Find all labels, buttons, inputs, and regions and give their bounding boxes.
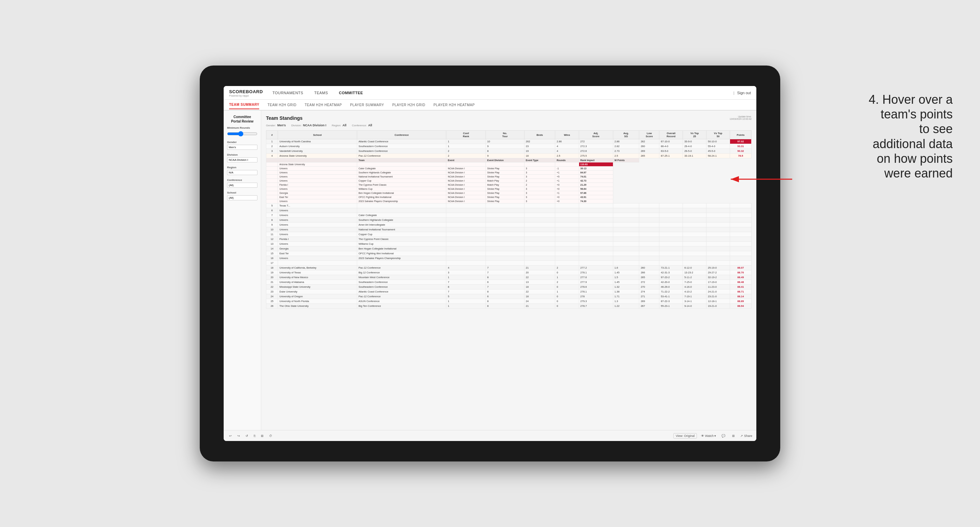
table-row[interactable]: 2Auburn UniversitySoutheastern Conferenc… (266, 144, 752, 149)
points-cell[interactable]: 88.48 (730, 280, 751, 285)
table-row[interactable]: 19University of TexasBig 12 Conference37… (266, 270, 752, 275)
table-row[interactable]: 4Arizona State UniversityPac-12 Conferen… (266, 154, 752, 159)
table-cell (485, 261, 524, 265)
school-select[interactable]: (All) (227, 195, 258, 200)
points-cell[interactable] (730, 203, 751, 208)
table-row[interactable]: 21University of AlabamaSoutheastern Conf… (266, 280, 752, 285)
table-row[interactable]: 11UniversCopper Cup (266, 232, 752, 237)
table-cell: 2 (446, 149, 485, 154)
points-cell[interactable]: 78.5 (730, 154, 751, 159)
division-select[interactable]: NCAA Division I NCAA Division II (227, 157, 258, 162)
table-cell: 20 (266, 275, 278, 280)
points-cell[interactable]: 88.49 (730, 275, 751, 280)
table-cell (555, 208, 579, 213)
table-row[interactable]: 12Florida IThe Cypress Point Classic (266, 237, 752, 242)
expanded-team-cell: Univers (278, 171, 357, 175)
points-cell[interactable] (730, 218, 751, 222)
points-cell[interactable] (730, 227, 751, 232)
points-cell[interactable] (730, 213, 751, 218)
table-row[interactable]: 9UniversAmer Art Intercollegiate (266, 222, 752, 227)
points-cell[interactable] (730, 242, 751, 246)
options-button[interactable]: ⊞ (259, 433, 265, 438)
points-cell[interactable] (730, 251, 751, 256)
table-row[interactable]: 26The Ohio State UniversityBig Ten Confe… (266, 304, 752, 308)
table-row[interactable]: 8UniversSouthern Highlands Collegiate (266, 218, 752, 222)
table-cell: 73-21-1 (659, 265, 683, 270)
table-cell: 24 (266, 294, 278, 299)
table-row[interactable]: 10UniversNational Invitational Tournamen… (266, 227, 752, 232)
nav-teams[interactable]: TEAMS (313, 91, 329, 95)
points-cell[interactable]: 88.41 (730, 285, 751, 289)
points-cell[interactable]: 88.07 (730, 265, 751, 270)
gender-filter: Gender: Men's (266, 124, 286, 127)
points-cell[interactable] (730, 256, 751, 261)
points-cell[interactable] (730, 232, 751, 237)
reset-button[interactable]: ↺ (244, 433, 250, 438)
copy-button[interactable]: ⎘ (252, 433, 257, 438)
undo-button[interactable]: ↩ (228, 433, 233, 438)
table-cell: 0 (555, 299, 579, 304)
tab-player-summary[interactable]: PLAYER SUMMARY (350, 101, 384, 109)
share-button[interactable]: ↗ Share (740, 434, 752, 438)
table-cell (446, 232, 485, 237)
region-select[interactable]: N/A East (227, 170, 258, 175)
points-cell[interactable]: 93.31 (730, 144, 751, 149)
min-rounds-slider[interactable] (227, 131, 258, 137)
tab-player-h2h-heatmap[interactable]: PLAYER H2H HEATMAP (433, 101, 475, 109)
table-row[interactable]: 25University of North FloridaASUN Confer… (266, 299, 752, 304)
conference-select[interactable]: (All) ACC (227, 183, 258, 188)
table-row[interactable]: 23Duke UniversityAtlantic Coast Conferen… (266, 289, 752, 294)
tab-team-summary[interactable]: TEAM SUMMARY (229, 101, 259, 109)
points-cell[interactable]: 97.02 (730, 139, 751, 144)
table-row[interactable]: 5Texas T... (266, 203, 752, 208)
table-row[interactable]: 13UniversWilliams Cup (266, 242, 752, 246)
table-row[interactable]: 1University of North CarolinaAtlantic Co… (266, 139, 752, 144)
table-cell: University of Texas (278, 270, 357, 275)
table-row[interactable]: 3Vanderbilt UniversitySoutheastern Confe… (266, 149, 752, 154)
tab-team-h2h-heatmap[interactable]: TEAM H2H HEATMAP (305, 101, 342, 109)
table-row[interactable]: 16Univers2023 Sahalee Players Championsh… (266, 256, 752, 261)
points-cell[interactable]: 88.14 (730, 294, 751, 299)
gender-select[interactable]: Men's Women's (227, 145, 258, 150)
table-cell (524, 227, 555, 232)
feedback-button[interactable]: 💬 (720, 433, 727, 438)
nav-committee[interactable]: COMMITTEE (338, 91, 365, 95)
table-cell: 18 (266, 265, 278, 270)
table-row[interactable]: 24University of OregonPac-12 Conference5… (266, 294, 752, 299)
table-cell: 42-20-0 (659, 280, 683, 285)
table-row[interactable]: 20University of New MexicoMountain West … (266, 275, 752, 280)
table-cell: 1.3 (613, 299, 639, 304)
redo-button[interactable]: ↪ (236, 433, 242, 438)
points-cell[interactable]: 88.71 (730, 289, 751, 294)
table-cell: 26 (266, 304, 278, 308)
points-cell[interactable]: 88.94 (730, 304, 751, 308)
points-cell[interactable]: 90.32 (730, 149, 751, 154)
expanded-cell: 3 (524, 191, 555, 195)
view-original-button[interactable]: View: Original (673, 433, 697, 439)
nav-tournaments[interactable]: TOURNAMENTS (271, 91, 305, 95)
tab-team-h2h-grid[interactable]: TEAM H2H GRID (267, 101, 296, 109)
table-cell: 1.38 (613, 289, 639, 294)
points-cell[interactable] (730, 222, 751, 227)
tab-player-h2h-grid[interactable]: PLAYER H2H GRID (392, 101, 425, 109)
table-row[interactable]: 7UniversCater Collegiate (266, 213, 752, 218)
points-cell[interactable] (730, 237, 751, 242)
table-row[interactable]: 17 (266, 261, 752, 265)
table-cell (555, 232, 579, 237)
points-cell[interactable] (730, 208, 751, 213)
table-row[interactable]: 6Univers (266, 208, 752, 213)
table-row[interactable]: 18University of California, BerkeleyPac-… (266, 265, 752, 270)
table-cell (579, 213, 613, 218)
watch-button[interactable]: 👁 Watch ▾ (701, 434, 716, 438)
points-cell[interactable]: 88.89 (730, 299, 751, 304)
table-row[interactable]: 15East TerOFCC Fighting Illini Invitatio… (266, 251, 752, 256)
grid-options-button[interactable]: ⊞ (731, 433, 736, 438)
table-row[interactable]: 22Mississippi State UniversitySoutheaste… (266, 285, 752, 289)
table-row[interactable]: 14GeorgiaBen Hogan Collegiate Invitation… (266, 246, 752, 251)
points-cell[interactable] (730, 246, 751, 251)
points-cell[interactable] (730, 261, 751, 265)
points-cell[interactable]: 88.70 (730, 270, 751, 275)
sign-out-button[interactable]: Sign out (737, 91, 751, 95)
table-cell: 1.45 (613, 270, 639, 275)
table-cell: 12 (266, 237, 278, 242)
